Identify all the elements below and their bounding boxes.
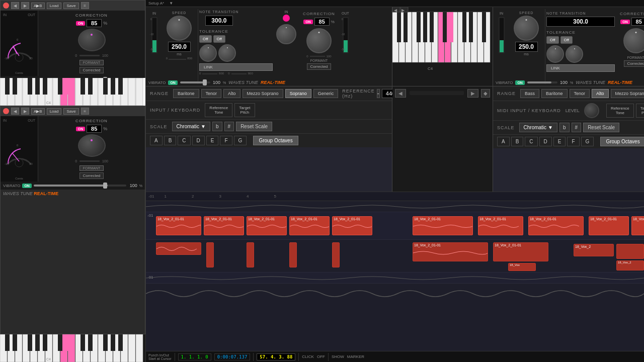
clip-1[interactable]: 18_Vox_2_01-01 bbox=[156, 216, 201, 235]
right-sub-clip-2[interactable]: 18_Vox_2 bbox=[616, 260, 644, 270]
reset-scale-right[interactable]: Reset Scale bbox=[583, 123, 619, 132]
on-btn-1[interactable]: ON bbox=[76, 21, 86, 26]
speed-knob-left[interactable] bbox=[167, 16, 192, 41]
clip-5[interactable]: 18_Vox_2_01-01 bbox=[332, 216, 372, 235]
note-e-left[interactable]: E bbox=[206, 136, 219, 145]
formant-btn-2[interactable]: FORMANT bbox=[79, 165, 104, 171]
save-btn-2[interactable]: Save bbox=[63, 108, 78, 115]
note-d-left[interactable]: D bbox=[192, 136, 205, 145]
ab-btn-2[interactable]: A▶B bbox=[31, 108, 45, 115]
mezzo-btn-left[interactable]: Mezzo Soprano bbox=[243, 89, 283, 98]
close-button-2[interactable] bbox=[3, 108, 9, 114]
menu-btn-2[interactable]: ≡ bbox=[81, 108, 89, 115]
clip-4[interactable]: 18_Vox_2_01-01 bbox=[289, 216, 330, 235]
next-btn-1[interactable]: ▶ bbox=[21, 2, 29, 9]
vibrato-slider-large[interactable] bbox=[180, 81, 210, 83]
minus-btn-left[interactable]: - bbox=[377, 89, 380, 98]
note-knob[interactable] bbox=[276, 24, 296, 44]
sub-clip-2[interactable] bbox=[206, 242, 214, 267]
prev-btn-1[interactable]: ◀ bbox=[11, 2, 19, 9]
right-clip-4[interactable] bbox=[616, 244, 644, 259]
click-btn[interactable]: CLICK bbox=[302, 354, 314, 359]
scroll-bar[interactable] bbox=[410, 91, 464, 95]
target-pitch-btn-right[interactable]: TargetPitch bbox=[636, 104, 644, 118]
speed-knob-right[interactable] bbox=[514, 16, 539, 41]
tol-knob1-left[interactable] bbox=[199, 44, 217, 62]
link-btn-left[interactable]: LINK bbox=[199, 63, 273, 71]
right-clip-1[interactable]: 18_Vox_2_01-01 bbox=[413, 242, 488, 261]
menu-btn-1[interactable]: ≡ bbox=[81, 2, 89, 9]
on-btn-2[interactable]: ON bbox=[76, 127, 86, 131]
on-btn-large-left[interactable]: ON bbox=[303, 20, 313, 24]
note-b-right[interactable]: B bbox=[511, 137, 524, 146]
target-pitch-btn-left[interactable]: TargetPitch bbox=[234, 103, 255, 117]
tenor-btn-left[interactable]: Tenor bbox=[201, 89, 222, 98]
note-c-right[interactable]: C bbox=[525, 137, 537, 146]
link-btn-right[interactable]: LINK bbox=[546, 64, 615, 72]
generic-btn-left[interactable]: Generic bbox=[313, 89, 339, 98]
note-f-left[interactable]: F bbox=[220, 136, 232, 145]
next-btn-2[interactable]: ▶ bbox=[21, 108, 29, 115]
note-g-right[interactable]: G bbox=[581, 137, 594, 146]
alto-btn-left[interactable]: Alto bbox=[223, 89, 240, 98]
clip-6[interactable]: 18_Vox_2_01-01 bbox=[413, 216, 473, 235]
close-button-1[interactable] bbox=[3, 3, 9, 9]
reference-tone-btn-left[interactable]: ReferenceTone bbox=[205, 103, 232, 117]
note-d-right[interactable]: D bbox=[539, 137, 552, 146]
sub-clip-4[interactable] bbox=[289, 242, 297, 267]
sub-clip-1[interactable] bbox=[156, 242, 201, 255]
formant-large-left[interactable]: FORMANT bbox=[310, 59, 328, 62]
sharp-btn-left[interactable]: # bbox=[224, 122, 234, 131]
sub-clip-5[interactable] bbox=[332, 242, 340, 267]
scale-dropdown-left[interactable]: Chromatic ▼ bbox=[172, 122, 210, 131]
off-btn-2-right[interactable]: Off bbox=[560, 36, 573, 44]
note-a-left[interactable]: A bbox=[150, 136, 163, 145]
formant-btn-1[interactable]: FORMANT bbox=[79, 60, 104, 65]
clip-3[interactable]: 18_Vox_2_01-01 bbox=[247, 216, 287, 235]
right-clip-3[interactable]: 18_Vox_2 bbox=[574, 244, 614, 256]
clip-8[interactable]: 18_Vox_2_01-01 bbox=[528, 216, 584, 235]
marker-btn[interactable]: MARKER bbox=[347, 354, 364, 359]
group-octaves-btn-left[interactable]: Group Octaves bbox=[253, 136, 298, 145]
correction-knob-2[interactable] bbox=[78, 134, 106, 157]
tol-knob2-left[interactable] bbox=[218, 44, 236, 62]
right-clip-2[interactable]: 18_Vox_2_01-01 bbox=[493, 242, 548, 261]
save-btn-1[interactable]: Save bbox=[63, 3, 78, 9]
vibrato-slider-2[interactable] bbox=[34, 185, 126, 187]
correction-knob-1[interactable] bbox=[78, 29, 106, 51]
ab-btn-1[interactable]: A▶B bbox=[31, 3, 45, 9]
off-btn-1-left[interactable]: Off bbox=[199, 35, 212, 43]
off-btn-2-left[interactable]: Off bbox=[213, 35, 226, 43]
correction-big-knob-right[interactable] bbox=[623, 28, 644, 53]
bass-btn-right[interactable]: Bass bbox=[520, 89, 539, 98]
note-b-left[interactable]: B bbox=[164, 136, 177, 145]
soprano-btn-left[interactable]: Soprano bbox=[285, 89, 311, 98]
vibrato-on-large-right[interactable]: ON bbox=[515, 80, 525, 85]
punch-in-out[interactable]: Punch In/Out Start at Cursor bbox=[148, 353, 172, 360]
reset-scale-left[interactable]: Reset Scale bbox=[236, 122, 272, 131]
scroll-right-btn[interactable]: ▶ bbox=[467, 89, 478, 98]
clip-10[interactable]: 18_Vox_2_01-01 bbox=[631, 216, 644, 235]
show-btn[interactable]: SHOW bbox=[332, 354, 344, 359]
sub-clip-3[interactable] bbox=[247, 242, 254, 267]
note-a-right[interactable]: A bbox=[497, 137, 510, 146]
note-g-left[interactable]: G bbox=[234, 136, 247, 145]
flat-btn-left[interactable]: b bbox=[212, 122, 222, 131]
note-e-right[interactable]: E bbox=[553, 137, 566, 146]
group-octaves-btn-right[interactable]: Group Octaves bbox=[600, 137, 644, 146]
load-btn-1[interactable]: Load bbox=[47, 3, 62, 9]
vibrato-slider-large-r[interactable] bbox=[527, 81, 557, 83]
mezzo-btn-right[interactable]: Mezzo Soprano bbox=[611, 89, 644, 98]
off-btn-1-right[interactable]: Off bbox=[546, 36, 559, 44]
baritone-btn-left[interactable]: Baritone bbox=[173, 89, 199, 98]
vibrato-on-large-left[interactable]: ON bbox=[168, 80, 178, 85]
correction-big-knob[interactable] bbox=[306, 28, 332, 53]
note-c-left[interactable]: C bbox=[178, 136, 190, 145]
scroll-left-btn[interactable]: ◀ bbox=[395, 89, 406, 98]
flat-btn-right[interactable]: b bbox=[559, 123, 570, 132]
clip-2[interactable]: 18_Vox_2_01-01 bbox=[204, 216, 244, 235]
tol-knob1-right[interactable] bbox=[546, 45, 564, 63]
tenor-btn-right[interactable]: Tenor bbox=[570, 89, 590, 98]
level-knob-right[interactable] bbox=[584, 103, 599, 118]
off-btn-transport[interactable]: OFF bbox=[317, 354, 325, 359]
